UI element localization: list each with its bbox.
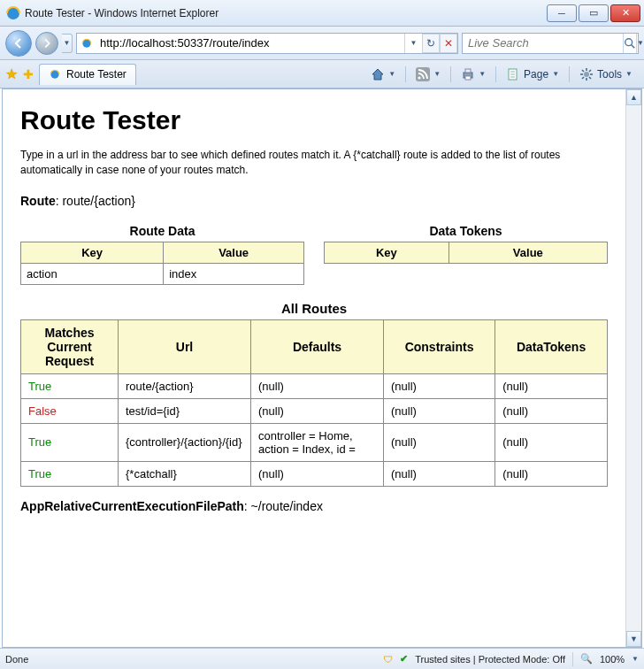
navbar: ▼ ▼ ↻ ✕ ▼	[0, 27, 644, 60]
close-button[interactable]: ✕	[610, 4, 640, 22]
favorites-star-icon[interactable]: ★	[5, 65, 18, 82]
page-menu[interactable]: Page ▼	[500, 64, 565, 85]
maximize-button[interactable]: ▭	[579, 4, 609, 22]
command-bar: ▼ ▼ ▼ Page ▼ Tools ▼	[364, 64, 639, 85]
page-heading: Route Tester	[20, 105, 608, 135]
col-url: Url	[119, 319, 251, 373]
cell-datatokens: (null)	[495, 461, 608, 486]
cell-url: route/{action}	[119, 373, 251, 398]
route-data-title: Route Data	[20, 224, 304, 238]
zoom-icon[interactable]: 🔍	[580, 653, 593, 665]
cell-constraints: (null)	[384, 398, 495, 423]
page-icon	[506, 67, 520, 81]
nav-history-dropdown[interactable]: ▼	[62, 34, 73, 53]
window-title: Route Tester - Windows Internet Explorer	[25, 7, 545, 19]
chevron-down-icon: ▼	[410, 39, 418, 47]
tools-menu[interactable]: Tools ▼	[573, 64, 639, 85]
home-button[interactable]: ▼	[364, 64, 402, 85]
minimize-button[interactable]: ─	[547, 4, 577, 22]
svg-point-6	[418, 76, 421, 79]
svg-line-3	[632, 44, 635, 48]
all-routes-title: All Routes	[20, 301, 608, 316]
svg-rect-5	[416, 67, 430, 81]
page-favicon-icon	[77, 37, 96, 50]
col-matches: Matches Current Request	[21, 319, 119, 373]
chevron-down-icon: ▼	[637, 39, 644, 47]
viewport: Route Tester Type in a url in the addres…	[2, 88, 642, 648]
cell-constraints: (null)	[384, 373, 495, 398]
scroll-down-icon[interactable]: ▼	[626, 631, 641, 647]
data-tokens-title: Data Tokens	[324, 224, 608, 238]
back-button[interactable]	[5, 30, 32, 57]
chevron-down-icon: ▼	[388, 70, 395, 78]
cell-datatokens: (null)	[495, 373, 608, 398]
refresh-icon: ↻	[426, 37, 435, 50]
col-datatokens: DataTokens	[495, 319, 608, 373]
cell-url: {controller}/{action}/{id}	[119, 423, 251, 461]
print-button[interactable]: ▼	[455, 64, 492, 85]
chevron-down-icon[interactable]: ▼	[632, 655, 639, 663]
col-key: Key	[325, 242, 449, 263]
page-content: Route Tester Type in a url in the addres…	[3, 89, 625, 647]
active-tab[interactable]: Route Tester	[39, 64, 136, 85]
search-button[interactable]	[623, 34, 636, 53]
search-input[interactable]	[463, 35, 623, 51]
x-icon: ✕	[444, 37, 453, 50]
rss-icon	[416, 67, 430, 81]
gear-icon	[579, 67, 594, 81]
address-bar: ▼ ↻ ✕	[76, 33, 458, 54]
cell-defaults: controller = Home, action = Index, id =	[251, 423, 384, 461]
chevron-down-icon: ▼	[433, 70, 441, 78]
zoom-level[interactable]: 100%	[600, 654, 625, 665]
search-dropdown[interactable]: ▼	[636, 34, 644, 53]
add-favorite-icon[interactable]: ✚	[23, 67, 34, 81]
svg-line-22	[589, 70, 591, 72]
cell-url: test/id={id}	[119, 398, 251, 423]
col-constraints: Constraints	[384, 319, 495, 373]
forward-arrow-icon	[42, 38, 52, 49]
page-menu-label: Page	[524, 68, 548, 81]
tab-favicon-icon	[49, 68, 61, 81]
forward-button[interactable]	[35, 32, 58, 55]
status-text: Done	[5, 654, 28, 665]
all-routes-table: Matches Current Request Url Defaults Con…	[20, 319, 608, 487]
titlebar: Route Tester - Windows Internet Explorer…	[0, 0, 644, 27]
tab-title: Route Tester	[66, 68, 126, 81]
table-row: True {controller}/{action}/{id} controll…	[21, 423, 608, 461]
cell-datatokens: (null)	[495, 423, 608, 461]
tools-menu-label: Tools	[597, 68, 622, 81]
col-key: Key	[21, 242, 164, 263]
security-zone: Trusted sites | Protected Mode: Off	[415, 654, 565, 665]
address-dropdown[interactable]: ▼	[404, 34, 422, 53]
app-path-label: AppRelativeCurrentExecutionFilePath	[20, 499, 244, 513]
cell-url: {*catchall}	[119, 461, 251, 486]
stop-button[interactable]: ✕	[440, 34, 457, 53]
svg-rect-8	[465, 69, 471, 73]
table-row: True {*catchall} (null) (null) (null)	[21, 461, 608, 486]
feeds-button[interactable]: ▼	[410, 64, 447, 85]
scroll-up-icon[interactable]: ▲	[626, 89, 641, 105]
url-input[interactable]	[96, 35, 404, 51]
col-value: Value	[448, 242, 607, 263]
cell-defaults: (null)	[251, 398, 384, 423]
svg-line-19	[582, 70, 584, 72]
scrollbar[interactable]: ▲ ▼	[625, 89, 641, 647]
cell-match: True	[21, 373, 119, 398]
chevron-down-icon: ▼	[552, 70, 559, 78]
refresh-button[interactable]: ↻	[422, 34, 440, 53]
printer-icon	[461, 67, 475, 81]
app-relative-path: AppRelativeCurrentExecutionFilePath: ~/r…	[20, 499, 608, 513]
home-icon	[371, 67, 385, 81]
cell-defaults: (null)	[251, 373, 384, 398]
table-row: False test/id={id} (null) (null) (null)	[21, 398, 608, 423]
col-defaults: Defaults	[251, 319, 384, 373]
shield-icon: 🛡	[383, 654, 393, 665]
cell-datatokens: (null)	[495, 398, 608, 423]
chevron-down-icon: ▼	[64, 39, 71, 47]
app-path-value: ~/route/index	[251, 499, 323, 513]
chevron-down-icon: ▼	[479, 70, 486, 78]
svg-point-2	[625, 38, 632, 45]
statusbar: Done 🛡 ✔ Trusted sites | Protected Mode:…	[0, 648, 644, 669]
cell-match: True	[21, 423, 119, 461]
table-row: action index	[21, 263, 304, 284]
